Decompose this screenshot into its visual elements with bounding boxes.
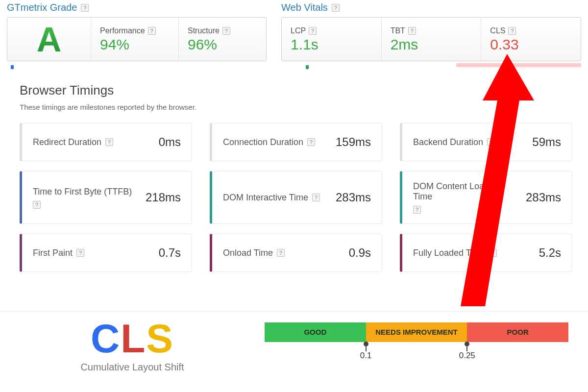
performance-value: 94% [100,36,170,53]
cls-poor-strip [456,63,581,67]
timing-card-value: 5.2s [539,246,561,260]
help-icon[interactable]: ? [408,27,416,35]
help-icon[interactable]: ? [148,27,156,35]
timing-card-label: Redirect Duration? [33,137,113,147]
timing-card-label: Connection Duration? [223,137,315,147]
timing-card-label: Fully Loaded Time? [413,248,497,258]
lcp-cell[interactable]: LCP ? 1.1s [282,18,381,61]
cls-cell[interactable]: CLS ? 0.33 [481,18,581,61]
help-icon[interactable]: ? [487,138,495,146]
indicator-tick [11,65,14,69]
help-icon[interactable]: ? [81,4,89,12]
grade-letter: A [37,20,62,59]
vitals-panel: LCP ? 1.1s TBT ? 2ms CLS ? 0.33 [281,17,581,61]
help-icon[interactable]: ? [413,206,421,214]
help-icon[interactable]: ? [312,194,320,201]
structure-label: Structure [188,26,220,35]
help-icon[interactable]: ? [332,4,340,12]
timing-card-value: 0ms [159,135,181,149]
cls-abbrev: CLS [0,320,265,357]
vitals-heading-text: Web Vitals [281,2,328,13]
timing-card-value: 283ms [526,191,561,204]
timing-card[interactable]: Connection Duration?159ms [210,123,382,161]
structure-cell[interactable]: Structure ? 96% [178,18,266,61]
cls-label: CLS [490,26,505,35]
grade-heading: GTmetrix Grade ? [7,2,267,13]
tbt-value: 2ms [391,36,472,53]
vitals-heading: Web Vitals ? [281,2,581,13]
lcp-value: 1.1s [291,36,372,53]
timing-card-value: 0.7s [159,246,181,260]
timing-card-value: 283ms [336,191,371,204]
timing-card[interactable]: DOM Content Loaded Time?283ms [400,171,572,224]
timing-card[interactable]: First Paint?0.7s [20,234,192,272]
browser-timings-subtitle: These timings are milestones reported by… [20,103,572,111]
help-icon[interactable]: ? [277,249,285,257]
timing-card-value: 218ms [146,191,181,204]
browser-timings-title: Browser Timings [20,83,572,98]
timing-card[interactable]: Fully Loaded Time?5.2s [400,234,572,272]
grade-letter-cell: A [7,18,91,61]
indicator-tick [306,65,309,69]
cls-threshold-2: 0.25 [459,351,475,361]
cls-scale-needs-improvement: NEEDS IMPROVEMENT [366,322,467,342]
cls-value: 0.33 [490,36,572,53]
cls-footer: CLS Cumulative Layout Shift GOOD NEEDS I… [0,311,588,392]
cls-full-name: Cumulative Layout Shift [0,362,265,373]
help-icon[interactable]: ? [508,27,516,35]
performance-cell[interactable]: Performance ? 94% [91,18,178,61]
help-icon[interactable]: ? [309,27,317,35]
timing-card[interactable]: Backend Duration?59ms [400,123,572,161]
help-icon[interactable]: ? [489,249,497,257]
help-icon[interactable]: ? [105,138,113,146]
grade-panel: A Performance ? 94% Structure ? 96% [7,17,267,61]
timing-card-label: DOM Content Loaded Time? [413,181,516,214]
structure-value: 96% [188,36,257,53]
cls-scale-good: GOOD [265,322,366,342]
grade-heading-text: GTmetrix Grade [7,2,77,13]
lcp-label: LCP [291,26,306,35]
cls-scale-poor: POOR [467,322,568,342]
timing-card-value: 59ms [532,135,561,149]
help-icon[interactable]: ? [33,201,41,209]
help-icon[interactable]: ? [76,249,84,257]
timing-card-label: DOM Interactive Time? [223,193,320,203]
timing-card-value: 0.9s [349,246,371,260]
timing-card[interactable]: DOM Interactive Time?283ms [210,171,382,224]
timing-card-label: Onload Time? [223,248,285,258]
tbt-cell[interactable]: TBT ? 2ms [381,18,481,61]
timing-card[interactable]: Onload Time?0.9s [210,234,382,272]
timing-card-label: Time to First Byte (TTFB)? [33,187,136,209]
cls-threshold-1: 0.1 [360,351,372,361]
timing-card-label: First Paint? [33,248,84,258]
help-icon[interactable]: ? [307,138,315,146]
timing-grid: Redirect Duration?0msConnection Duration… [20,123,572,272]
timing-card[interactable]: Redirect Duration?0ms [20,123,192,161]
timing-card-value: 159ms [336,135,371,149]
mini-indicator-row [7,63,581,69]
help-icon[interactable]: ? [222,27,230,35]
tbt-label: TBT [391,26,405,35]
timing-card[interactable]: Time to First Byte (TTFB)?218ms [20,171,192,224]
timing-card-label: Backend Duration? [413,137,495,147]
cls-scale-bar: GOOD NEEDS IMPROVEMENT POOR [265,322,568,342]
performance-label: Performance [100,26,145,35]
